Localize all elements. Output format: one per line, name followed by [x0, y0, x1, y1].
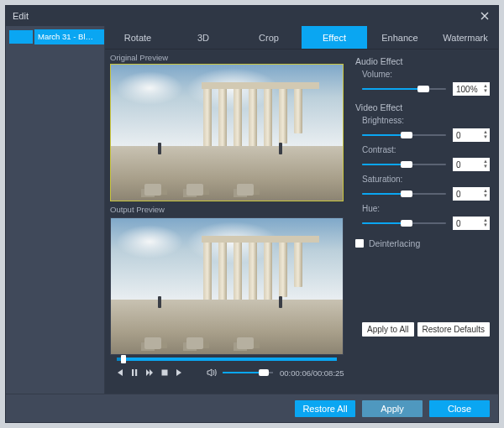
volume-control [206, 367, 273, 378]
scene-image [111, 218, 343, 354]
contrast-value-input[interactable]: 0▲▼ [453, 158, 490, 171]
sidebar-item-label: March 31 - Bl… [34, 29, 104, 44]
deinterlacing-label: Deinterlacing [369, 238, 420, 248]
next-frame-icon[interactable] [176, 367, 184, 378]
prev-frame-icon[interactable] [115, 367, 123, 378]
saturation-slider[interactable] [362, 189, 446, 199]
apply-button[interactable]: Apply [362, 400, 423, 417]
output-preview-label: Output Preview [110, 205, 344, 214]
restore-defaults-button[interactable]: Restore Defaults [417, 322, 490, 337]
volume-label: Volume: [362, 70, 423, 79]
close-button[interactable]: Close [429, 400, 490, 417]
spinner-arrows-icon[interactable]: ▲▼ [483, 159, 488, 169]
original-preview [110, 64, 344, 201]
tab-crop[interactable]: Crop [236, 26, 302, 49]
deinterlacing-row[interactable]: Deinterlacing [355, 238, 490, 248]
volume-value-input[interactable]: 100% ▲▼ [453, 82, 490, 96]
original-preview-label: Original Preview [110, 53, 344, 62]
timeline-thumb[interactable] [121, 355, 126, 363]
spinner-arrows-icon[interactable]: ▲▼ [483, 217, 488, 227]
hue-value-input[interactable]: 0▲▼ [453, 217, 490, 230]
spinner-arrows-icon[interactable]: ▲▼ [483, 188, 488, 198]
timeline[interactable] [117, 355, 337, 362]
tab-rotate[interactable]: Rotate [105, 26, 171, 49]
effect-controls: Audio Effect Volume: 100% ▲▼ [349, 50, 498, 394]
spinner-arrows-icon[interactable]: ▲▼ [483, 129, 488, 139]
playbar: 00:00:06/00:08:25 [110, 355, 344, 389]
brightness-label: Brightness: [362, 116, 423, 125]
scene-image [111, 65, 343, 201]
sidebar-thumb [9, 30, 33, 44]
contrast-slider[interactable] [362, 159, 446, 170]
contrast-label: Contrast: [362, 145, 423, 154]
output-preview [110, 217, 344, 355]
tab-effect[interactable]: Effect [302, 26, 367, 49]
pause-icon[interactable] [130, 367, 139, 378]
hue-label: Hue: [362, 204, 423, 213]
tab-3d[interactable]: 3D [171, 26, 236, 49]
window-title: Edit [13, 11, 478, 21]
main: Rotate 3D Crop Effect Enhance Watermark … [105, 26, 498, 394]
apply-to-all-button[interactable]: Apply to All [362, 322, 413, 337]
sidebar: March 31 - Bl… [6, 26, 105, 394]
fast-forward-icon[interactable] [145, 367, 154, 378]
video-effect-label: Video Effect [355, 102, 490, 112]
titlebar: Edit [6, 6, 498, 26]
hue-slider[interactable] [362, 218, 446, 228]
top-nav: Rotate 3D Crop Effect Enhance Watermark [105, 26, 498, 50]
sidebar-item-clip[interactable]: March 31 - Bl… [6, 29, 104, 44]
stop-icon[interactable] [160, 367, 169, 378]
time-display: 00:00:06/00:08:25 [280, 368, 344, 378]
saturation-value-input[interactable]: 0▲▼ [453, 187, 490, 201]
tab-watermark[interactable]: Watermark [433, 26, 498, 49]
svg-rect-0 [132, 369, 134, 376]
brightness-value-input[interactable]: 0▲▼ [453, 128, 490, 142]
deinterlacing-checkbox[interactable] [355, 239, 364, 248]
volume-effect-slider[interactable] [362, 84, 446, 94]
tab-enhance[interactable]: Enhance [367, 26, 433, 49]
audio-effect-label: Audio Effect [355, 56, 490, 66]
content: Original Preview [105, 50, 498, 394]
spinner-arrows-icon[interactable]: ▲▼ [483, 83, 488, 93]
edit-window: Edit March 31 - Bl… Rotate 3D Crop Effec… [5, 5, 499, 423]
volume-slider[interactable] [223, 368, 273, 378]
brightness-slider[interactable] [362, 130, 446, 140]
svg-rect-1 [135, 369, 137, 376]
play-controls: 00:00:06/00:08:25 [115, 367, 339, 378]
footer: Restore All Apply Close [6, 394, 498, 422]
saturation-label: Saturation: [362, 175, 423, 184]
close-icon[interactable] [478, 9, 491, 23]
svg-rect-2 [162, 370, 168, 376]
restore-all-button[interactable]: Restore All [295, 400, 355, 417]
preview-column: Original Preview [105, 50, 349, 394]
speaker-icon[interactable] [206, 367, 218, 378]
body: March 31 - Bl… Rotate 3D Crop Effect Enh… [6, 26, 498, 394]
